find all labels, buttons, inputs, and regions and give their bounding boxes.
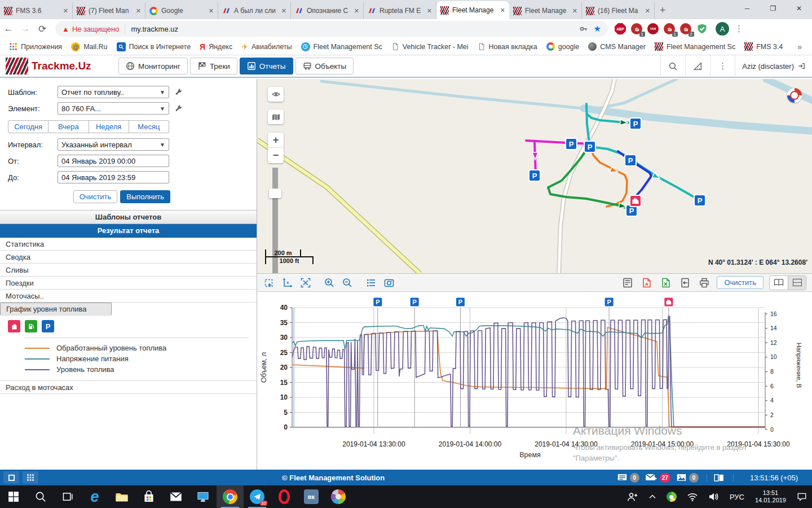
- window-close-button[interactable]: ✕: [786, 0, 812, 17]
- shield-check-extension-icon[interactable]: [696, 23, 708, 34]
- to-date-input[interactable]: 04 Январь 2019 23:59: [58, 171, 169, 183]
- fuel-station-marker-icon[interactable]: [25, 320, 37, 332]
- tray-people-icon[interactable]: [622, 485, 643, 508]
- layout-single-icon[interactable]: [3, 471, 19, 484]
- browser-tab[interactable]: А был ли сли✕: [218, 2, 291, 19]
- taskbar-clock[interactable]: 13:5114.01.2019: [749, 489, 792, 504]
- template-select[interactable]: Отчет по топливу..▼: [58, 86, 169, 98]
- quick-range-button[interactable]: Сегодня: [8, 120, 48, 133]
- tray-hidden-icons-button[interactable]: [643, 485, 661, 508]
- tab-close-icon[interactable]: ✕: [645, 7, 650, 15]
- tray-antivirus-icon[interactable]: [661, 485, 682, 508]
- taskbar-opera-icon[interactable]: [271, 485, 298, 508]
- window-restore-button[interactable]: ❐: [760, 0, 786, 17]
- zoom-x-axis-icon[interactable]: x: [281, 276, 294, 290]
- search-icon[interactable]: [660, 55, 685, 77]
- taskbar-vk-icon[interactable]: вк: [298, 485, 325, 508]
- parking-marker[interactable]: P: [625, 155, 636, 166]
- zoom-selection-icon[interactable]: [263, 276, 276, 290]
- browser-tab[interactable]: Google✕: [145, 2, 218, 19]
- tab-close-icon[interactable]: ✕: [281, 7, 286, 15]
- browser-tab[interactable]: (16) Fleet Ma✕: [582, 2, 655, 19]
- bookmark-star-icon[interactable]: ★: [594, 24, 601, 34]
- map-zoom-slider-handle[interactable]: [269, 189, 281, 198]
- parking-event-marker[interactable]: P: [373, 297, 382, 307]
- report-templates-header[interactable]: Шаблоны отчетов: [0, 211, 257, 224]
- browser-tab[interactable]: Ruptela FM E✕: [364, 2, 436, 19]
- taskbar-task-view-icon[interactable]: [54, 485, 81, 508]
- profile-avatar[interactable]: A: [716, 22, 729, 36]
- forward-icon[interactable]: →: [17, 20, 34, 37]
- map-view[interactable]: PPPPPPP + − 200 m 1000 ft N 40° 01.3124'…: [257, 79, 812, 274]
- parking-event-marker[interactable]: P: [604, 297, 614, 307]
- parking-marker[interactable]: P: [529, 170, 540, 181]
- zoom-out-button[interactable]: −: [268, 148, 284, 163]
- report-section-item[interactable]: Моточасы..: [0, 290, 257, 303]
- address-bar[interactable]: ▲ Не защищено my.trackme.uz ★: [55, 21, 608, 37]
- mail-status-icon[interactable]: 27: [645, 473, 670, 483]
- window-minimize-button[interactable]: ─: [734, 0, 760, 17]
- map-layers-button[interactable]: [268, 110, 284, 124]
- bookmark-item[interactable]: Поиск в Интернете: [113, 41, 195, 53]
- more-options-icon[interactable]: ⋮: [710, 55, 735, 77]
- browser-menu-icon[interactable]: ⋮: [735, 24, 743, 34]
- parking-marker[interactable]: P: [630, 118, 641, 129]
- clear-chart-button[interactable]: Очистить: [717, 276, 764, 289]
- refresh-icon[interactable]: ⟳: [34, 20, 51, 37]
- tab-close-icon[interactable]: ✕: [63, 7, 68, 15]
- map-canvas[interactable]: PPPPPPP: [257, 79, 812, 274]
- language-indicator[interactable]: РУС: [725, 485, 749, 508]
- parking-event-marker[interactable]: P: [410, 297, 420, 307]
- zoom-in-button[interactable]: +: [268, 133, 284, 148]
- taskbar-start-icon[interactable]: [0, 485, 27, 508]
- export-pdf-icon[interactable]: A: [640, 276, 654, 290]
- fuel-marker[interactable]: [630, 195, 641, 207]
- nav-globe[interactable]: Мониторинг: [118, 58, 188, 75]
- clear-form-button[interactable]: Очистить: [73, 190, 118, 203]
- report-section-fuel-chart[interactable]: График уровня топлива: [0, 303, 112, 316]
- parking-marker[interactable]: P: [694, 195, 705, 206]
- parking-marker[interactable]: P: [566, 138, 577, 150]
- new-tab-button[interactable]: +: [655, 2, 670, 18]
- taskbar-chrome-icon[interactable]: [217, 485, 244, 508]
- taskbar-edge-icon[interactable]: e: [81, 485, 108, 508]
- hand-extension-icon[interactable]: 1: [664, 23, 675, 34]
- app-logo[interactable]: Trackme.Uz: [0, 58, 118, 75]
- security-warning-icon[interactable]: ▲: [62, 25, 69, 33]
- hand-extension-icon[interactable]: 1: [631, 23, 642, 34]
- parking-marker-icon[interactable]: P: [42, 320, 54, 332]
- ruler-icon[interactable]: [685, 55, 710, 77]
- taskbar-device-icon[interactable]: [189, 485, 217, 508]
- url-text[interactable]: my.trackme.uz: [131, 25, 579, 33]
- browser-tab[interactable]: Fleet Manage✕: [436, 1, 509, 19]
- tray-wifi-icon[interactable]: [682, 485, 703, 508]
- browser-tab[interactable]: FMS 3.6✕: [0, 2, 73, 19]
- bookmark-item[interactable]: Новая вкладка: [474, 41, 541, 52]
- key-icon[interactable]: [579, 24, 588, 33]
- bookmarks-overflow-button[interactable]: »: [793, 42, 806, 51]
- security-label[interactable]: Не защищено: [72, 25, 120, 33]
- tab-close-icon[interactable]: ✕: [136, 7, 141, 15]
- split-view-toggle-icon[interactable]: [788, 276, 806, 290]
- panel-layout-icon[interactable]: [707, 474, 724, 482]
- report-table-icon[interactable]: [621, 276, 634, 290]
- browser-tab[interactable]: (7) Fleet Man✕: [73, 2, 145, 19]
- taskbar-mail-app-icon[interactable]: [162, 485, 189, 508]
- nav-bus[interactable]: Объекты: [295, 58, 354, 75]
- element-select[interactable]: 80 760 FA...▼: [58, 102, 169, 115]
- fuel-drain-marker-icon[interactable]: [8, 320, 20, 332]
- bookmark-item[interactable]: FMS 3.4: [741, 41, 786, 52]
- bookmark-item[interactable]: @Mail.Ru: [68, 41, 111, 53]
- tab-close-icon[interactable]: ✕: [500, 7, 505, 14]
- report-section-item[interactable]: Сводка: [0, 251, 257, 264]
- run-report-button[interactable]: Выполнить: [120, 190, 170, 203]
- zoom-in-chart-icon[interactable]: [323, 276, 336, 290]
- yab-extension-icon[interactable]: YAB: [647, 23, 659, 34]
- template-settings-wrench-icon[interactable]: [174, 87, 183, 97]
- fuel-chart[interactable]: 2019-01-04 13:30:002019-01-04 14:00:0020…: [257, 292, 812, 469]
- map-attribution-logo-icon[interactable]: [787, 88, 802, 103]
- report-section-item[interactable]: Сливы: [0, 264, 257, 277]
- image-status-icon[interactable]: 0: [676, 473, 699, 483]
- user-menu[interactable]: Aziz (disclaster): [735, 55, 812, 77]
- browser-tab[interactable]: Fleet Manage✕: [509, 2, 582, 19]
